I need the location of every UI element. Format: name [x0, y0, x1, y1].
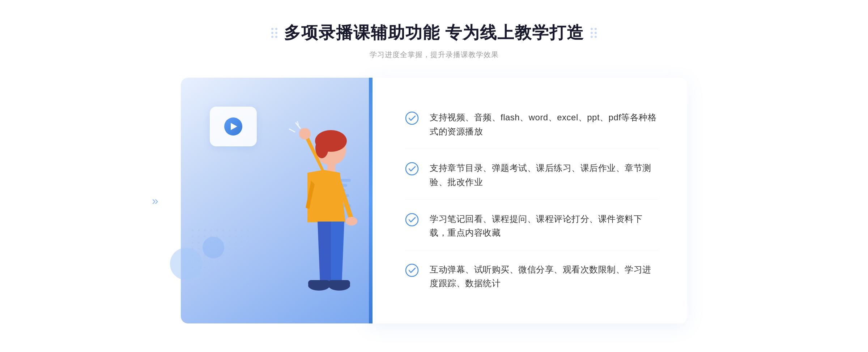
check-icon-1	[405, 111, 419, 125]
svg-point-16	[406, 264, 418, 276]
svg-rect-7	[308, 280, 330, 287]
svg-point-14	[406, 163, 418, 175]
deco-circle-1	[170, 248, 203, 280]
page-header: 多项录播课辅助功能 专为线上教学打造	[271, 22, 597, 44]
svg-point-4	[299, 128, 311, 139]
check-icon-3	[405, 213, 419, 227]
accent-bar	[369, 78, 373, 323]
svg-point-13	[406, 112, 418, 124]
page-title: 多项录播课辅助功能 专为线上教学打造	[284, 22, 584, 44]
feature-item-2: 支持章节目录、弹题考试、课后练习、课后作业、章节测验、批改作业	[405, 151, 658, 199]
feature-text-4: 互动弹幕、试听购买、微信分享、观看次数限制、学习进度跟踪、数据统计	[430, 263, 658, 291]
check-icon-4	[405, 263, 419, 277]
page-subtitle: 学习进度全掌握，提升录播课教学效果	[370, 50, 499, 60]
svg-point-15	[406, 214, 418, 226]
content-area: » // Will be populated via JS below	[181, 78, 687, 323]
feature-item-1: 支持视频、音频、flash、word、excel、ppt、pdf等各种格式的资源…	[405, 100, 658, 149]
check-icon-2	[405, 162, 419, 176]
illustration-panel: // Will be populated via JS below	[181, 78, 369, 323]
features-panel: 支持视频、音频、flash、word、excel、ppt、pdf等各种格式的资源…	[369, 78, 687, 323]
play-icon	[224, 117, 242, 136]
person-illustration	[264, 121, 380, 323]
feature-text-2: 支持章节目录、弹题考试、课后练习、课后作业、章节测验、批改作业	[430, 161, 658, 189]
left-arrow-icon: »	[152, 194, 158, 207]
feature-text-3: 学习笔记回看、课程提问、课程评论打分、课件资料下载，重点内容收藏	[430, 212, 658, 240]
feature-item-4: 互动弹幕、试听购买、微信分享、观看次数限制、学习进度跟踪、数据统计	[405, 253, 658, 301]
speech-bubble	[210, 107, 257, 146]
svg-rect-9	[328, 280, 350, 287]
header-dots-left	[271, 28, 277, 38]
svg-line-11	[289, 129, 295, 132]
svg-point-5	[346, 217, 357, 226]
feature-text-1: 支持视频、音频、flash、word、excel、ppt、pdf等各种格式的资源…	[430, 111, 658, 138]
feature-item-3: 学习笔记回看、课程提问、课程评论打分、课件资料下载，重点内容收藏	[405, 202, 658, 250]
deco-circle-2	[203, 237, 224, 258]
header-dots-right	[591, 28, 597, 38]
svg-point-2	[315, 138, 328, 158]
